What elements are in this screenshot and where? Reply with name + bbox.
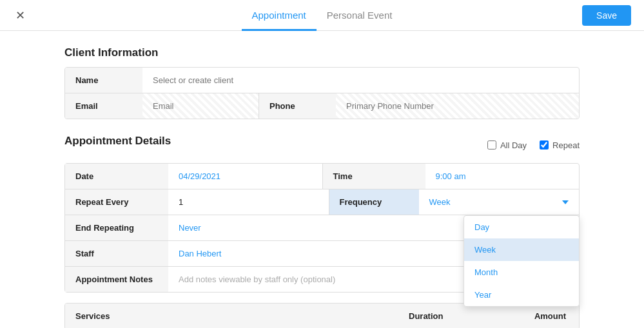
email-input[interactable] [153,101,248,111]
tab-personal-event[interactable]: Personal Event [317,1,403,31]
content: Client Information Name Email Phone [0,31,644,328]
notes-label: Appointment Notes [65,267,168,292]
phone-input[interactable] [346,101,569,111]
name-value [142,68,579,93]
phone-label: Phone [259,93,336,119]
staff-label: Staff [65,241,168,266]
services-col-duration: Duration [398,304,502,328]
repeat-frequency-row: Repeat Every 1 Frequency Week Day Week M… [65,189,579,215]
checkboxes-group: All Day Repeat [487,140,580,150]
dropdown-option-year[interactable]: Year [464,284,579,306]
date-value[interactable]: 04/29/2021 [168,164,322,189]
repeat-checkbox-item: Repeat [540,140,580,150]
date-time-row: Date 04/29/2021 Time 9:00 am [65,164,579,189]
dropdown-option-month[interactable]: Month [464,261,579,284]
appointment-details-header: Appointment Details All Day Repeat [64,135,580,155]
time-value[interactable]: 9:00 am [425,164,580,189]
repeat-checkbox[interactable] [540,140,549,150]
services-col-amount: Amount [502,304,579,328]
appointment-details-table: Date 04/29/2021 Time 9:00 am Repeat Ever… [64,163,580,293]
save-button[interactable]: Save [582,5,631,26]
client-info-table: Name Email Phone [64,67,580,119]
services-header: Services Duration Amount [65,304,579,328]
end-repeating-label: End Repeating [65,215,168,240]
repeat-label: Repeat [552,140,580,150]
name-input[interactable] [153,75,569,85]
phone-value [336,93,579,119]
close-button[interactable]: ✕ [13,6,28,25]
email-value [142,93,259,119]
dropdown-option-day[interactable]: Day [464,216,579,238]
chevron-down-icon [562,200,569,204]
client-section-title: Client Information [64,46,580,59]
frequency-label: Frequency [329,189,419,215]
repeat-every-value[interactable]: 1 [168,189,329,215]
name-row: Name [65,68,579,93]
all-day-checkbox[interactable] [487,140,496,150]
email-phone-row: Email Phone [65,93,579,119]
dropdown-option-week[interactable]: Week [464,238,579,261]
all-day-label: All Day [500,140,527,150]
details-section-title: Appointment Details [64,135,171,148]
email-label: Email [65,93,142,119]
frequency-dropdown-trigger[interactable]: Week Day Week Month Year [419,189,580,215]
tab-appointment[interactable]: Appointment [242,1,317,31]
all-day-checkbox-item: All Day [487,140,527,150]
time-label: Time [322,164,425,189]
services-col-name: Services [65,304,398,328]
tabs: Appointment Personal Event [242,0,403,30]
header: ✕ Appointment Personal Event Save [0,0,644,31]
date-label: Date [65,164,168,189]
frequency-dropdown-menu: Day Week Month Year [463,215,580,307]
repeat-every-label: Repeat Every [65,189,168,215]
name-label: Name [65,68,142,93]
